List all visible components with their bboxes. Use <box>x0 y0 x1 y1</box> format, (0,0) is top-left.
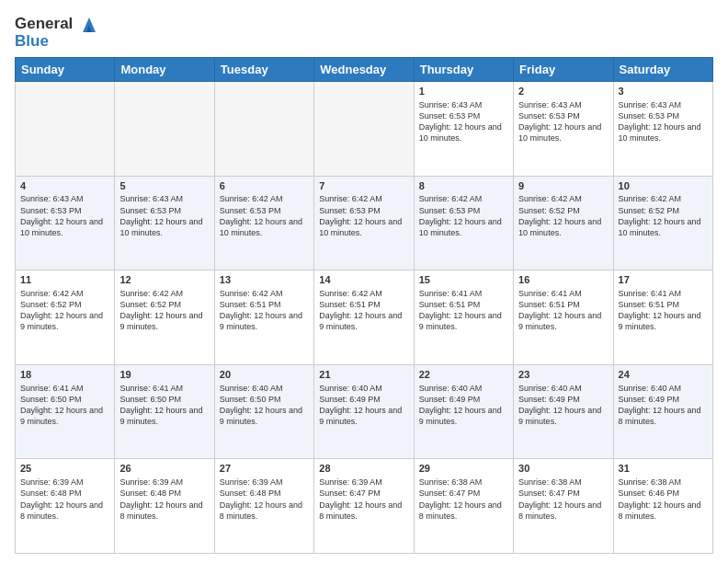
day-number: 13 <box>220 273 309 287</box>
weekday-header-friday: Friday <box>514 58 613 82</box>
day-detail: Sunrise: 6:42 AMSunset: 6:52 PMDaylight:… <box>119 288 209 333</box>
day-detail: Sunrise: 6:41 AMSunset: 6:51 PMDaylight:… <box>518 288 608 333</box>
weekday-header-thursday: Thursday <box>414 58 513 82</box>
day-detail: Sunrise: 6:38 AMSunset: 6:46 PMDaylight:… <box>619 477 708 522</box>
day-number: 12 <box>119 273 209 287</box>
calendar-cell: 2Sunrise: 6:43 AMSunset: 6:53 PMDaylight… <box>514 82 613 177</box>
weekday-header-row: SundayMondayTuesdayWednesdayThursdayFrid… <box>16 58 713 82</box>
day-detail: Sunrise: 6:43 AMSunset: 6:53 PMDaylight:… <box>619 99 708 144</box>
day-number: 31 <box>619 462 708 476</box>
day-detail: Sunrise: 6:42 AMSunset: 6:52 PMDaylight:… <box>619 193 708 238</box>
day-detail: Sunrise: 6:39 AMSunset: 6:48 PMDaylight:… <box>119 477 209 522</box>
day-number: 16 <box>518 273 608 287</box>
calendar-cell: 11Sunrise: 6:42 AMSunset: 6:52 PMDayligh… <box>16 270 115 365</box>
day-detail: Sunrise: 6:41 AMSunset: 6:51 PMDaylight:… <box>419 288 508 333</box>
calendar-cell: 26Sunrise: 6:39 AMSunset: 6:48 PMDayligh… <box>115 459 214 554</box>
logo-icon <box>79 16 99 34</box>
weekday-header-monday: Monday <box>115 58 214 82</box>
day-number: 17 <box>619 273 708 287</box>
day-number: 7 <box>319 179 408 193</box>
day-detail: Sunrise: 6:40 AMSunset: 6:49 PMDaylight:… <box>419 383 508 428</box>
calendar-cell <box>214 82 313 177</box>
day-detail: Sunrise: 6:42 AMSunset: 6:51 PMDaylight:… <box>220 288 309 333</box>
logo-wordmark: General Blue <box>15 15 99 50</box>
header: General Blue <box>15 15 713 50</box>
day-number: 8 <box>419 179 508 193</box>
day-number: 23 <box>518 368 608 382</box>
weekday-header-sunday: Sunday <box>16 58 115 82</box>
day-number: 26 <box>119 462 209 476</box>
calendar-cell: 10Sunrise: 6:42 AMSunset: 6:52 PMDayligh… <box>613 176 712 270</box>
calendar-cell: 21Sunrise: 6:40 AMSunset: 6:49 PMDayligh… <box>314 364 414 459</box>
calendar-cell: 18Sunrise: 6:41 AMSunset: 6:50 PMDayligh… <box>16 364 115 459</box>
calendar-cell: 7Sunrise: 6:42 AMSunset: 6:53 PMDaylight… <box>314 176 414 270</box>
day-number: 27 <box>220 462 309 476</box>
day-detail: Sunrise: 6:42 AMSunset: 6:51 PMDaylight:… <box>319 288 408 333</box>
day-number: 30 <box>518 462 608 476</box>
day-detail: Sunrise: 6:43 AMSunset: 6:53 PMDaylight:… <box>419 99 508 144</box>
day-detail: Sunrise: 6:41 AMSunset: 6:51 PMDaylight:… <box>619 288 708 333</box>
calendar-cell: 15Sunrise: 6:41 AMSunset: 6:51 PMDayligh… <box>414 270 513 365</box>
calendar-cell: 5Sunrise: 6:43 AMSunset: 6:53 PMDaylight… <box>115 176 214 270</box>
calendar-week-row: 25Sunrise: 6:39 AMSunset: 6:48 PMDayligh… <box>16 459 713 554</box>
calendar-week-row: 1Sunrise: 6:43 AMSunset: 6:53 PMDaylight… <box>16 82 713 177</box>
calendar-table: SundayMondayTuesdayWednesdayThursdayFrid… <box>15 57 713 554</box>
calendar-cell: 22Sunrise: 6:40 AMSunset: 6:49 PMDayligh… <box>414 364 513 459</box>
day-detail: Sunrise: 6:40 AMSunset: 6:49 PMDaylight:… <box>619 383 708 428</box>
day-detail: Sunrise: 6:43 AMSunset: 6:53 PMDaylight:… <box>518 99 608 144</box>
weekday-header-tuesday: Tuesday <box>214 58 313 82</box>
day-number: 1 <box>419 85 508 98</box>
calendar-cell: 19Sunrise: 6:41 AMSunset: 6:50 PMDayligh… <box>115 364 214 459</box>
day-number: 11 <box>20 273 109 287</box>
day-number: 6 <box>220 179 309 193</box>
calendar-cell: 9Sunrise: 6:42 AMSunset: 6:52 PMDaylight… <box>514 176 613 270</box>
day-detail: Sunrise: 6:42 AMSunset: 6:53 PMDaylight:… <box>319 193 408 238</box>
day-number: 4 <box>20 179 109 193</box>
calendar-cell: 17Sunrise: 6:41 AMSunset: 6:51 PMDayligh… <box>613 270 712 365</box>
calendar-cell: 14Sunrise: 6:42 AMSunset: 6:51 PMDayligh… <box>314 270 414 365</box>
day-number: 10 <box>619 179 708 193</box>
day-number: 3 <box>619 85 708 98</box>
calendar-cell: 30Sunrise: 6:38 AMSunset: 6:47 PMDayligh… <box>514 459 613 554</box>
day-detail: Sunrise: 6:43 AMSunset: 6:53 PMDaylight:… <box>20 193 109 238</box>
calendar-cell: 8Sunrise: 6:42 AMSunset: 6:53 PMDaylight… <box>414 176 513 270</box>
day-number: 24 <box>619 368 708 382</box>
calendar-cell: 1Sunrise: 6:43 AMSunset: 6:53 PMDaylight… <box>414 82 513 177</box>
calendar-week-row: 11Sunrise: 6:42 AMSunset: 6:52 PMDayligh… <box>16 270 713 365</box>
day-number: 19 <box>119 368 209 382</box>
day-detail: Sunrise: 6:40 AMSunset: 6:49 PMDaylight:… <box>518 383 608 428</box>
calendar-week-row: 18Sunrise: 6:41 AMSunset: 6:50 PMDayligh… <box>16 364 713 459</box>
day-number: 21 <box>319 368 408 382</box>
day-number: 29 <box>419 462 508 476</box>
calendar-cell: 12Sunrise: 6:42 AMSunset: 6:52 PMDayligh… <box>115 270 214 365</box>
calendar-cell: 20Sunrise: 6:40 AMSunset: 6:50 PMDayligh… <box>214 364 313 459</box>
day-detail: Sunrise: 6:41 AMSunset: 6:50 PMDaylight:… <box>20 383 109 428</box>
calendar-cell: 24Sunrise: 6:40 AMSunset: 6:49 PMDayligh… <box>613 364 712 459</box>
day-detail: Sunrise: 6:41 AMSunset: 6:50 PMDaylight:… <box>119 383 209 428</box>
logo-text: General Blue <box>15 15 99 50</box>
calendar-cell: 23Sunrise: 6:40 AMSunset: 6:49 PMDayligh… <box>514 364 613 459</box>
day-number: 25 <box>20 462 109 476</box>
calendar-cell: 31Sunrise: 6:38 AMSunset: 6:46 PMDayligh… <box>613 459 712 554</box>
day-detail: Sunrise: 6:42 AMSunset: 6:53 PMDaylight:… <box>220 193 309 238</box>
logo: General Blue <box>15 15 99 50</box>
calendar-cell <box>16 82 115 177</box>
day-detail: Sunrise: 6:39 AMSunset: 6:48 PMDaylight:… <box>220 477 309 522</box>
weekday-header-wednesday: Wednesday <box>314 58 414 82</box>
weekday-header-saturday: Saturday <box>613 58 712 82</box>
day-detail: Sunrise: 6:39 AMSunset: 6:47 PMDaylight:… <box>319 477 408 522</box>
day-number: 20 <box>220 368 309 382</box>
page: General Blue SundayMondayTuesd <box>0 0 728 563</box>
day-number: 22 <box>419 368 508 382</box>
day-detail: Sunrise: 6:42 AMSunset: 6:52 PMDaylight:… <box>20 288 109 333</box>
calendar-cell: 29Sunrise: 6:38 AMSunset: 6:47 PMDayligh… <box>414 459 513 554</box>
calendar-cell: 27Sunrise: 6:39 AMSunset: 6:48 PMDayligh… <box>214 459 313 554</box>
calendar-cell: 4Sunrise: 6:43 AMSunset: 6:53 PMDaylight… <box>16 176 115 270</box>
day-detail: Sunrise: 6:38 AMSunset: 6:47 PMDaylight:… <box>518 477 608 522</box>
day-number: 15 <box>419 273 508 287</box>
calendar-cell: 13Sunrise: 6:42 AMSunset: 6:51 PMDayligh… <box>214 270 313 365</box>
day-number: 28 <box>319 462 408 476</box>
calendar-cell: 16Sunrise: 6:41 AMSunset: 6:51 PMDayligh… <box>514 270 613 365</box>
day-number: 14 <box>319 273 408 287</box>
calendar-cell: 28Sunrise: 6:39 AMSunset: 6:47 PMDayligh… <box>314 459 414 554</box>
